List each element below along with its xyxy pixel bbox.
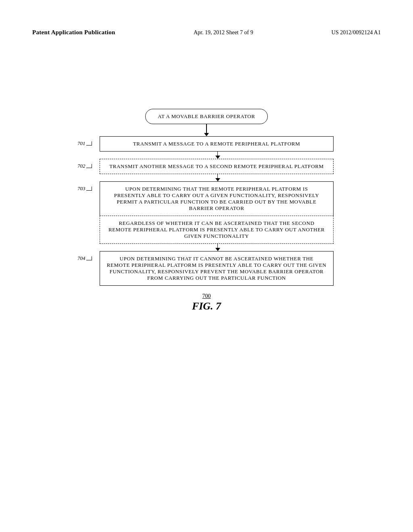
- label-701-bracket: [86, 141, 92, 145]
- step-704-box: UPON DETERMINING THAT IT CANNOT BE ASCER…: [100, 251, 334, 286]
- label-703-bracket: [86, 187, 92, 191]
- step-703-row: 703 UPON DETERMINING THAT THE REMOTE PER…: [77, 181, 336, 244]
- step-703-solid-box: UPON DETERMINING THAT THE REMOTE PERIPHE…: [100, 181, 334, 216]
- label-701-area: 701: [77, 136, 100, 147]
- figure-label: 700 FIG. 7: [192, 293, 221, 312]
- page-header: Patent Application Publication Apr. 19, …: [0, 29, 413, 36]
- arrow-4: [215, 244, 220, 251]
- date-sheet-label: Apr. 19, 2012 Sheet 7 of 9: [194, 29, 253, 36]
- step-701-label: 701: [77, 140, 86, 147]
- step-702-row: 702 TRANSMIT ANOTHER MESSAGE TO A SECOND…: [77, 159, 336, 174]
- start-oval: AT A MOVABLE BARRIER OPERATOR: [145, 109, 267, 124]
- step-702-box-area: TRANSMIT ANOTHER MESSAGE TO A SECOND REM…: [100, 159, 336, 174]
- label-702-area: 702: [77, 159, 100, 169]
- step-704-box-area: UPON DETERMINING THAT IT CANNOT BE ASCER…: [100, 251, 336, 286]
- step-703-box-area: UPON DETERMINING THAT THE REMOTE PERIPHE…: [100, 181, 336, 244]
- label-704-bracket: [86, 256, 92, 260]
- step-701-row: 701 TRANSMIT A MESSAGE TO A REMOTE PERIP…: [77, 136, 336, 152]
- patent-number-label: US 2012/0092124 A1: [332, 29, 381, 36]
- step-701-box-area: TRANSMIT A MESSAGE TO A REMOTE PERIPHERA…: [100, 136, 336, 152]
- step-701-box: TRANSMIT A MESSAGE TO A REMOTE PERIPHERA…: [100, 136, 334, 152]
- step-704-row: 704 UPON DETERMINING THAT IT CANNOT BE A…: [77, 251, 336, 286]
- publication-label: Patent Application Publication: [32, 29, 115, 36]
- step-704-label: 704: [77, 255, 86, 262]
- figure-name: FIG. 7: [192, 300, 221, 312]
- figure-number: 700: [192, 293, 221, 299]
- label-704-area: 704: [77, 251, 100, 262]
- label-703-area: 703: [77, 181, 100, 192]
- step-702-box: TRANSMIT ANOTHER MESSAGE TO A SECOND REM…: [100, 159, 334, 174]
- step-703-dashed-box: REGARDLESS OF WHETHER IT CAN BE ASCERTAI…: [100, 216, 334, 244]
- arrow-3: [215, 174, 220, 181]
- arrow-2: [215, 152, 220, 159]
- step-702-label: 702: [77, 163, 86, 169]
- step-703-label: 703: [77, 185, 86, 192]
- label-702-bracket: [86, 164, 92, 168]
- diagram-container: AT A MOVABLE BARRIER OPERATOR 701 TRANSM…: [75, 109, 338, 312]
- arrow-1: [204, 124, 209, 136]
